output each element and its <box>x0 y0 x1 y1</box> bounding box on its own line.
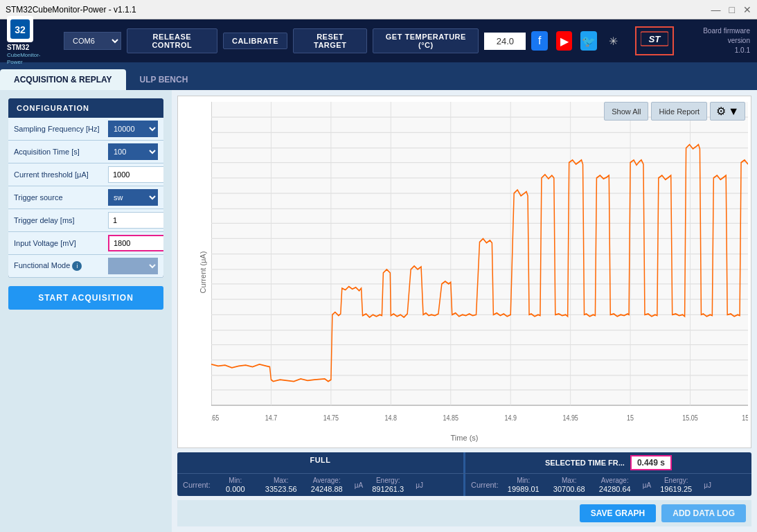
temperature-input[interactable]: 24.0 <box>484 33 526 50</box>
full-unit2: μJ <box>413 481 423 489</box>
tab-bar: ACQUISITION & REPLAY ULP BENCH <box>0 62 757 90</box>
selected-stats-section: Current: Min: 19989.01 Max: 30700.68 Ave… <box>465 474 751 496</box>
get-temperature-button[interactable]: GET TEMPERATURE (°C) <box>373 28 479 53</box>
full-min-val: 0.000 <box>215 485 256 493</box>
social-icons: f ▶ 🐦 ✳ ST Board firmware version 1.0.1 <box>531 26 750 55</box>
data-table: FULL SELECTED TIME FR... 0.449 s Current… <box>177 452 751 496</box>
sampling-frequency-select[interactable]: 10000 <box>108 121 158 137</box>
sel-unit1: μA <box>640 481 651 489</box>
selected-section-header: SELECTED TIME FR... 0.449 s <box>465 452 751 473</box>
full-max-col: Max: 33523.56 <box>260 477 302 493</box>
gear-icon: ⚙ <box>716 105 726 118</box>
svg-text:14.7: 14.7 <box>265 414 278 422</box>
calibrate-button[interactable]: CALIBRATE <box>223 33 287 49</box>
trigger-delay-row: Trigger delay [ms] <box>8 209 163 232</box>
acquisition-time-select[interactable]: 100 <box>108 143 158 160</box>
trigger-delay-input[interactable] <box>108 212 163 229</box>
save-graph-button[interactable]: SAVE GRAPH <box>580 504 656 522</box>
selected-time-label: SELECTED TIME FR... <box>545 459 625 467</box>
svg-text:14.65: 14.65 <box>211 414 220 422</box>
full-section-header: FULL <box>177 452 463 473</box>
reset-target-button[interactable]: RESET TARGET <box>293 28 367 53</box>
current-label-full: Current: <box>183 481 211 489</box>
hide-report-button[interactable]: Hide Report <box>651 102 707 121</box>
svg-text:15.1: 15.1 <box>742 414 748 422</box>
svg-text:14.8: 14.8 <box>385 414 398 422</box>
tab-ulp-bench[interactable]: ULP BENCH <box>126 69 202 90</box>
chart-svg[interactable]: 21000 21500 22000 22500 23000 23500 2400… <box>211 102 748 427</box>
y-axis-label: Current (μA) <box>199 251 207 293</box>
sampling-frequency-row: Sampling Frequency [Hz] 10000 <box>8 118 163 141</box>
config-box: CONFIGURATION Sampling Frequency [Hz] 10… <box>8 98 163 278</box>
full-energy-val: 891261.3 <box>367 485 409 493</box>
logo-text: STM32 CubeMonitor-Power <box>7 44 51 65</box>
header: 32 STM32 CubeMonitor-Power COM6 RELEASE … <box>0 19 757 62</box>
chart-container: Show All Hide Report ⚙ ▼ Current (μA) Ti… <box>177 96 751 448</box>
x-axis-label: Time (s) <box>451 434 479 442</box>
sel-min-col: Min: 19989.01 <box>503 477 544 493</box>
trigger-source-select[interactable]: sw <box>108 189 158 206</box>
window-controls[interactable]: — □ ✕ <box>711 4 751 15</box>
sel-min-val: 19989.01 <box>503 485 544 493</box>
chart-settings-button[interactable]: ⚙ ▼ <box>710 102 745 121</box>
left-panel: CONFIGURATION Sampling Frequency [Hz] 10… <box>0 90 172 532</box>
svg-text:32: 32 <box>15 24 26 35</box>
sel-max-col: Max: 30700.68 <box>549 477 590 493</box>
network-icon[interactable]: ✳ <box>605 31 621 51</box>
trigger-delay-label: Trigger delay [ms] <box>14 216 104 224</box>
current-label-selected: Current: <box>471 481 499 489</box>
facebook-icon[interactable]: f <box>531 31 547 51</box>
bottom-bar: SAVE GRAPH ADD DATA LOG <box>177 500 751 526</box>
show-all-button[interactable]: Show All <box>604 102 648 121</box>
data-table-header: FULL SELECTED TIME FR... 0.449 s <box>177 452 751 474</box>
sampling-frequency-label: Sampling Frequency [Hz] <box>14 125 104 133</box>
config-title: CONFIGURATION <box>8 98 163 118</box>
twitter-icon[interactable]: 🐦 <box>580 31 596 51</box>
svg-text:14.75: 14.75 <box>323 414 339 422</box>
maximize-btn[interactable]: □ <box>729 4 735 15</box>
input-voltage-label: Input Voltage [mV] <box>14 239 104 247</box>
info-icon[interactable]: i <box>72 261 82 271</box>
sel-energy-col: Energy: 19619.25 <box>655 477 697 493</box>
trigger-source-row: Trigger source sw <box>8 186 163 209</box>
minimize-btn[interactable]: — <box>711 4 721 15</box>
full-min-col: Min: 0.000 <box>215 477 256 493</box>
current-threshold-row: Current threshold [μA] <box>8 163 163 186</box>
full-avg-val: 24248.88 <box>306 485 348 493</box>
full-avg-col: Average: 24248.88 <box>306 477 348 493</box>
youtube-icon[interactable]: ▶ <box>556 31 572 51</box>
svg-text:ST: ST <box>649 34 662 44</box>
app-title: STM32CubeMonitor-Power - v1.1.1 <box>6 5 136 15</box>
data-table-body: Current: Min: 0.000 Max: 33523.56 Averag… <box>177 474 751 496</box>
full-max-val: 33523.56 <box>260 485 302 493</box>
full-stats-section: Current: Min: 0.000 Max: 33523.56 Averag… <box>177 474 463 496</box>
close-btn[interactable]: ✕ <box>743 4 751 15</box>
sel-avg-val: 24280.64 <box>594 485 636 493</box>
tab-acquisition-replay[interactable]: ACQUISITION & REPLAY <box>0 69 126 90</box>
chevron-down-icon: ▼ <box>728 105 739 118</box>
full-energy-col: Energy: 891261.3 <box>367 477 409 493</box>
sel-energy-val: 19619.25 <box>655 485 697 493</box>
input-voltage-input[interactable] <box>108 235 163 251</box>
current-threshold-input[interactable] <box>108 166 163 183</box>
functional-mode-row: Functional Mode i <box>8 255 163 278</box>
functional-mode-label: Functional Mode i <box>14 261 104 271</box>
release-control-button[interactable]: RELEASE CONTROL <box>127 28 217 53</box>
trigger-source-label: Trigger source <box>14 193 104 202</box>
sel-avg-col: Average: 24280.64 <box>594 477 636 493</box>
full-unit1: μA <box>352 481 363 489</box>
sel-unit2: μJ <box>701 481 711 489</box>
board-firmware-info: Board firmware version 1.0.1 <box>691 26 750 55</box>
com-port-select[interactable]: COM6 <box>64 32 121 50</box>
sel-max-val: 30700.68 <box>549 485 590 493</box>
selected-time-value: 0.449 s <box>630 455 672 470</box>
svg-text:14.95: 14.95 <box>562 414 578 422</box>
right-panel: Show All Hide Report ⚙ ▼ Current (μA) Ti… <box>172 90 757 532</box>
functional-mode-select[interactable] <box>108 258 158 274</box>
logo-icon: 32 <box>7 16 33 42</box>
current-threshold-label: Current threshold [μA] <box>14 170 104 179</box>
add-data-log-button[interactable]: ADD DATA LOG <box>661 504 746 522</box>
start-acquisition-button[interactable]: START ACQUISITION <box>8 286 163 310</box>
svg-text:14.9: 14.9 <box>505 414 517 422</box>
chart-toolbar: Show All Hide Report ⚙ ▼ <box>604 102 745 121</box>
